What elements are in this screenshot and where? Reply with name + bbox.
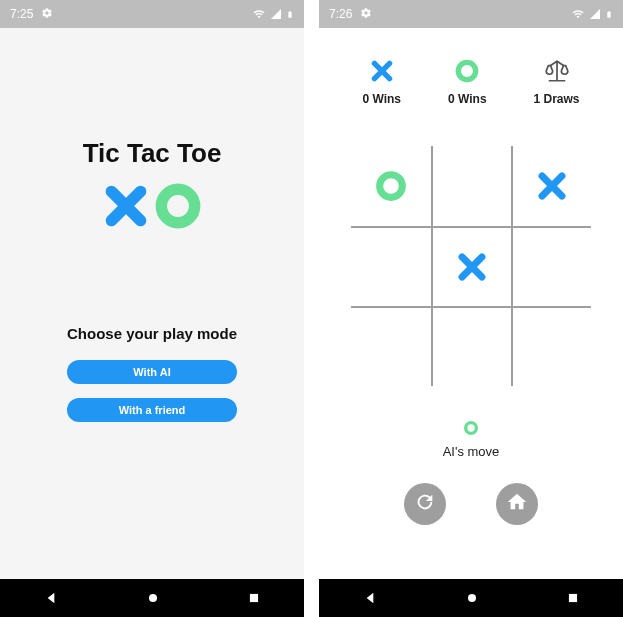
nav-back-icon[interactable] [43, 590, 59, 606]
svg-point-5 [466, 423, 477, 434]
home-button[interactable] [496, 483, 538, 525]
svg-rect-2 [250, 594, 258, 602]
o-icon [153, 181, 203, 235]
svg-point-6 [468, 594, 476, 602]
x-icon [101, 181, 151, 235]
board-cell-4[interactable] [431, 226, 511, 306]
score-draws: 1 Draws [534, 58, 580, 106]
status-time: 7:25 [10, 7, 33, 21]
nav-recent-icon[interactable] [247, 591, 261, 605]
svg-point-3 [459, 62, 476, 79]
restart-button[interactable] [404, 483, 446, 525]
signal-icon [270, 8, 282, 20]
menu-screen: 7:25 Tic Tac Toe [0, 0, 304, 617]
svg-point-1 [149, 594, 157, 602]
home-icon [506, 491, 528, 517]
nav-home-icon[interactable] [464, 590, 480, 606]
game-board [351, 146, 591, 386]
logo [0, 181, 304, 235]
scale-icon [544, 70, 570, 87]
play-friend-button[interactable]: With a friend [67, 398, 237, 422]
o-icon [454, 70, 480, 87]
status-bar: 7:26 [319, 0, 623, 28]
settings-status-icon [41, 7, 53, 22]
settings-status-icon [360, 7, 372, 22]
score-draws-label: 1 Draws [534, 92, 580, 106]
refresh-icon [414, 491, 436, 517]
nav-recent-icon[interactable] [566, 591, 580, 605]
board-cell-8[interactable] [511, 306, 591, 386]
x-icon [369, 70, 395, 87]
board-cell-5[interactable] [511, 226, 591, 306]
board-cell-7[interactable] [431, 306, 511, 386]
battery-icon [286, 8, 294, 21]
battery-icon [605, 8, 613, 21]
score-x-label: 0 Wins [362, 92, 401, 106]
nav-back-icon[interactable] [362, 590, 378, 606]
choose-mode-label: Choose your play mode [0, 325, 304, 342]
turn-label: AI's move [319, 444, 623, 459]
app-title: Tic Tac Toe [0, 138, 304, 169]
turn-marker-icon [463, 422, 479, 439]
board-cell-6[interactable] [351, 306, 431, 386]
wifi-icon [252, 8, 266, 20]
status-time: 7:26 [329, 7, 352, 21]
turn-indicator: AI's move [319, 420, 623, 459]
nav-bar [319, 579, 623, 617]
board-cell-2[interactable] [511, 146, 591, 226]
board-cell-3[interactable] [351, 226, 431, 306]
score-o-label: 0 Wins [448, 92, 487, 106]
score-x: 0 Wins [362, 58, 401, 106]
scoreboard: 0 Wins 0 Wins 1 Draws [319, 28, 623, 106]
board-cell-0[interactable] [351, 146, 431, 226]
signal-icon [589, 8, 601, 20]
nav-home-icon[interactable] [145, 590, 161, 606]
svg-point-0 [161, 189, 194, 222]
play-ai-button[interactable]: With AI [67, 360, 237, 384]
game-screen: 7:26 0 Wins 0 Wins 1 Draws [319, 0, 623, 617]
svg-point-4 [380, 175, 403, 198]
board-cell-1[interactable] [431, 146, 511, 226]
status-bar: 7:25 [0, 0, 304, 28]
svg-rect-7 [569, 594, 577, 602]
wifi-icon [571, 8, 585, 20]
score-o: 0 Wins [448, 58, 487, 106]
nav-bar [0, 579, 304, 617]
